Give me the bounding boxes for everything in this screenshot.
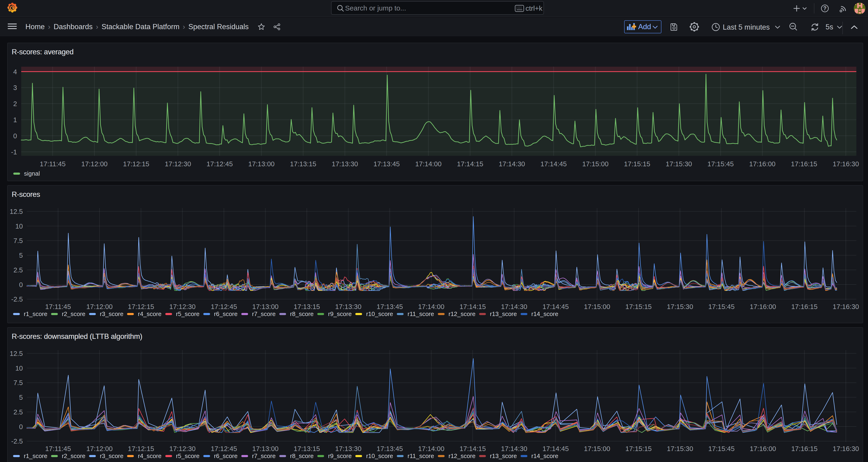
svg-text:17:14:30: 17:14:30: [501, 445, 527, 453]
svg-text:0: 0: [19, 281, 23, 288]
svg-text:17:16:30: 17:16:30: [833, 160, 859, 168]
svg-text:-2.5: -2.5: [11, 296, 23, 303]
svg-text:17:14:45: 17:14:45: [540, 160, 567, 168]
svg-text:10: 10: [16, 365, 23, 372]
svg-text:4: 4: [13, 68, 17, 75]
svg-text:17:15:30: 17:15:30: [667, 445, 693, 453]
svg-text:17:13:00: 17:13:00: [252, 445, 279, 453]
svg-text:17:15:00: 17:15:00: [584, 303, 610, 310]
svg-text:17:12:45: 17:12:45: [211, 303, 237, 310]
svg-text:17:14:30: 17:14:30: [499, 160, 525, 168]
svg-text:3: 3: [13, 84, 17, 91]
svg-text:5: 5: [19, 252, 23, 259]
svg-text:17:16:00: 17:16:00: [750, 303, 776, 310]
svg-text:17:16:15: 17:16:15: [791, 160, 817, 168]
svg-text:17:12:00: 17:12:00: [81, 160, 108, 168]
svg-text:17:11:45: 17:11:45: [45, 303, 71, 310]
svg-text:17:13:15: 17:13:15: [294, 445, 320, 453]
svg-text:-2.5: -2.5: [11, 437, 23, 445]
svg-text:17:16:30: 17:16:30: [833, 445, 859, 453]
svg-text:17:15:45: 17:15:45: [708, 303, 735, 310]
svg-text:17:14:00: 17:14:00: [418, 445, 444, 453]
svg-text:17:15:00: 17:15:00: [582, 160, 609, 168]
svg-text:10: 10: [16, 222, 23, 230]
svg-text:17:16:00: 17:16:00: [749, 160, 775, 168]
svg-text:17:14:45: 17:14:45: [542, 303, 569, 310]
svg-text:17:16:15: 17:16:15: [791, 445, 818, 453]
svg-text:17:15:30: 17:15:30: [665, 160, 692, 168]
svg-text:17:12:30: 17:12:30: [169, 445, 196, 453]
svg-text:17:11:45: 17:11:45: [40, 160, 66, 168]
svg-text:17:14:15: 17:14:15: [457, 160, 483, 168]
svg-text:17:13:00: 17:13:00: [252, 303, 279, 310]
svg-text:2: 2: [13, 100, 17, 107]
svg-text:17:12:45: 17:12:45: [211, 445, 237, 453]
svg-text:17:15:45: 17:15:45: [707, 160, 734, 168]
svg-text:1: 1: [13, 116, 17, 124]
svg-text:12.5: 12.5: [10, 350, 23, 357]
svg-text:12.5: 12.5: [10, 208, 23, 215]
svg-text:2.5: 2.5: [13, 408, 23, 416]
svg-text:0: 0: [19, 423, 23, 431]
svg-text:17:13:30: 17:13:30: [335, 445, 361, 453]
svg-text:17:12:45: 17:12:45: [207, 160, 233, 168]
svg-text:-1: -1: [11, 148, 17, 156]
svg-text:17:14:15: 17:14:15: [460, 445, 486, 453]
svg-text:17:11:45: 17:11:45: [45, 445, 71, 453]
svg-text:17:13:45: 17:13:45: [376, 303, 403, 310]
svg-text:0: 0: [13, 132, 17, 140]
svg-text:17:15:15: 17:15:15: [624, 160, 650, 168]
svg-text:17:16:30: 17:16:30: [833, 303, 859, 310]
svg-text:17:12:00: 17:12:00: [86, 445, 113, 453]
svg-text:17:13:15: 17:13:15: [290, 160, 316, 168]
svg-text:17:16:15: 17:16:15: [791, 303, 818, 310]
svg-text:17:16:00: 17:16:00: [750, 445, 776, 453]
svg-text:17:15:00: 17:15:00: [584, 445, 610, 453]
svg-text:17:12:15: 17:12:15: [128, 445, 154, 453]
svg-text:17:12:30: 17:12:30: [169, 303, 196, 310]
svg-text:17:14:00: 17:14:00: [415, 160, 441, 168]
svg-text:2.5: 2.5: [13, 266, 23, 274]
svg-text:17:14:45: 17:14:45: [542, 445, 569, 453]
svg-text:17:15:15: 17:15:15: [625, 303, 652, 310]
svg-text:17:15:30: 17:15:30: [667, 303, 693, 310]
svg-text:17:13:45: 17:13:45: [373, 160, 400, 168]
svg-text:17:12:00: 17:12:00: [86, 303, 113, 310]
svg-text:17:14:30: 17:14:30: [501, 303, 527, 310]
svg-text:5: 5: [19, 394, 23, 401]
svg-text:17:12:15: 17:12:15: [123, 160, 150, 168]
svg-text:17:15:15: 17:15:15: [625, 445, 652, 453]
svg-text:7.5: 7.5: [13, 237, 23, 244]
svg-text:17:15:45: 17:15:45: [708, 445, 735, 453]
svg-text:17:12:30: 17:12:30: [165, 160, 191, 168]
svg-text:17:13:30: 17:13:30: [332, 160, 358, 168]
svg-text:17:12:15: 17:12:15: [128, 303, 154, 310]
svg-text:17:14:15: 17:14:15: [460, 303, 486, 310]
svg-text:17:14:00: 17:14:00: [418, 303, 444, 310]
svg-text:?: ?: [823, 5, 827, 11]
svg-text:17:13:15: 17:13:15: [294, 303, 320, 310]
svg-text:7.5: 7.5: [13, 379, 23, 387]
svg-text:17:13:30: 17:13:30: [335, 303, 361, 310]
svg-text:17:13:00: 17:13:00: [248, 160, 275, 168]
svg-text:17:13:45: 17:13:45: [376, 445, 403, 453]
